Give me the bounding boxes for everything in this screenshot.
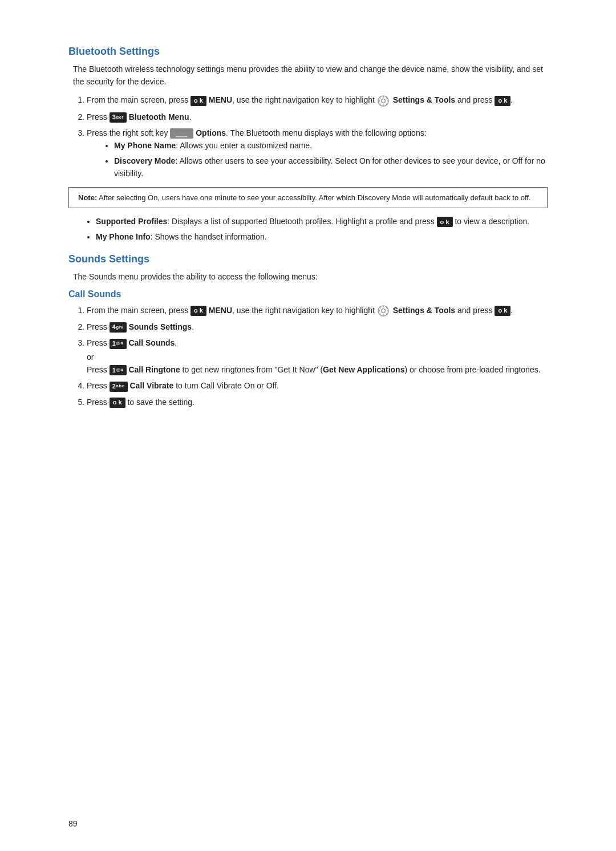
svg-line-19	[379, 314, 380, 315]
key-2abc: 2abc	[110, 382, 128, 392]
svg-point-1	[381, 99, 385, 103]
call-sounds-step-3: Press 1@# Call Sounds. or Press 1@# Call…	[87, 337, 548, 376]
bluetooth-option-discovery: Discovery Mode: Allows other users to se…	[114, 155, 548, 180]
ok-key-profiles: o k	[437, 217, 453, 227]
bluetooth-option-name: My Phone Name: Allows you enter a custom…	[114, 139, 548, 152]
bluetooth-after-note-list: Supported Profiles: Displays a list of s…	[96, 215, 548, 243]
gear-icon-cs1	[377, 305, 390, 317]
call-sounds-step-1: From the main screen, press o k MENU, us…	[87, 304, 548, 317]
or-description: Press 1@# Call Ringtone to get new ringt…	[87, 365, 541, 374]
key-3def: 3def	[110, 112, 127, 123]
ok-key-cs5: o k	[110, 398, 125, 408]
sounds-section: Sounds Settings The Sounds menu provides…	[68, 253, 548, 408]
call-sounds-step-2: Press 4ghi Sounds Settings.	[87, 321, 548, 333]
bluetooth-intro: The Bluetooth wireless technology settin…	[68, 63, 548, 88]
ok-key-bt1b: o k	[495, 96, 510, 106]
call-sounds-steps: From the main screen, press o k MENU, us…	[87, 304, 548, 409]
bluetooth-title: Bluetooth Settings	[68, 46, 548, 58]
call-sounds-step-5: Press o k to save the setting.	[87, 396, 548, 408]
call-sounds-step-4: Press 2abc Call Vibrate to turn Call Vib…	[87, 379, 548, 392]
svg-line-18	[386, 307, 387, 308]
page-number: 89	[68, 819, 78, 828]
bluetooth-supported-profiles: Supported Profiles: Displays a list of s…	[96, 215, 548, 228]
call-sounds-title: Call Sounds	[68, 289, 548, 299]
bluetooth-step-2: Press 3def Bluetooth Menu.	[87, 111, 548, 123]
ok-key-bt1: o k	[191, 96, 206, 106]
call-sounds-section: Call Sounds From the main screen, press …	[68, 289, 548, 409]
options-btn-bt: ⎯⎯⎯	[170, 128, 193, 139]
key-4ghi: 4ghi	[110, 322, 127, 333]
svg-point-11	[381, 309, 385, 313]
sounds-title: Sounds Settings	[68, 253, 548, 265]
bluetooth-step-1: From the main screen, press o k MENU, us…	[87, 94, 548, 107]
sounds-intro: The Sounds menu provides the ability to …	[68, 271, 548, 283]
bluetooth-phone-info: My Phone Info: Shows the handset informa…	[96, 230, 548, 243]
svg-line-16	[379, 307, 380, 308]
or-text: or	[87, 351, 548, 363]
key-1at-cs3: 1@#	[110, 339, 127, 349]
gear-icon-bt1	[377, 95, 390, 107]
key-1at-cs3b: 1@#	[110, 365, 127, 375]
svg-line-17	[386, 314, 387, 315]
bluetooth-note: Note: After selecting On, users have one…	[68, 187, 548, 209]
ok-key-cs1: o k	[191, 306, 206, 316]
svg-line-9	[379, 103, 380, 104]
bluetooth-steps: From the main screen, press o k MENU, us…	[87, 94, 548, 180]
bluetooth-options-list: My Phone Name: Allows you enter a custom…	[114, 139, 548, 180]
svg-line-6	[379, 97, 380, 98]
bluetooth-section: Bluetooth Settings The Bluetooth wireles…	[68, 46, 548, 243]
bluetooth-step-3: Press the right soft key ⎯⎯⎯ Options. Th…	[87, 127, 548, 180]
svg-line-8	[386, 97, 387, 98]
ok-key-cs1b: o k	[495, 306, 510, 316]
svg-line-7	[386, 103, 387, 104]
page-content: Bluetooth Settings The Bluetooth wireles…	[68, 46, 548, 408]
